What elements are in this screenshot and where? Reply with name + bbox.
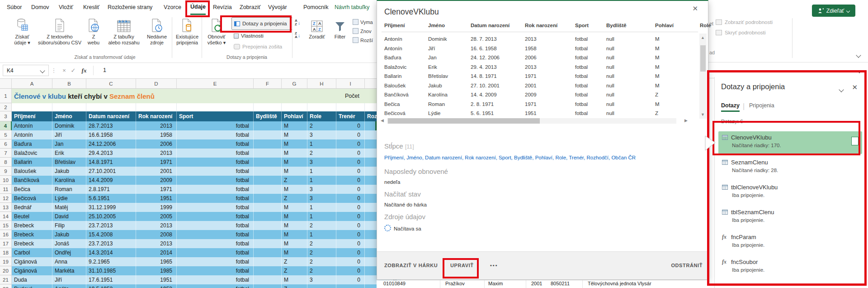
column-header-E[interactable]: E (177, 79, 254, 89)
column-header-C[interactable]: C (86, 79, 136, 89)
enter-icon[interactable]: ✓ (69, 65, 78, 76)
cell-H20[interactable]: 2 (307, 266, 336, 275)
collapse-ribbon-icon[interactable] (857, 51, 860, 59)
cell-H14[interactable]: 1 (307, 212, 336, 221)
cell-B10[interactable]: Karolína (52, 176, 86, 185)
query-item-fncparam[interactable]: fxfncParamIba pripojenie. (718, 231, 862, 254)
cell-D12[interactable]: 1951 (136, 194, 177, 203)
cell-F8[interactable] (254, 158, 282, 167)
row-header-21[interactable]: 21 (0, 275, 12, 284)
cell-F14[interactable] (254, 212, 282, 221)
cell-B17[interactable]: Jonáš (52, 239, 86, 248)
cell-G13[interactable]: M (282, 203, 307, 212)
cell-A15[interactable]: Brebeck (12, 221, 52, 230)
cell-I7[interactable]: 0 (336, 149, 365, 158)
cell-B20[interactable]: Markéta (52, 266, 86, 275)
existing-connections-button[interactable]: Existujúce pripojenia (174, 17, 201, 57)
cell-H16[interactable]: 1 (307, 230, 336, 239)
sort-ascending-icon[interactable]: AZ↓ (295, 19, 300, 26)
cell-A4[interactable]: Antonín (12, 121, 52, 130)
cell-F15[interactable] (254, 221, 282, 230)
ribbon-tab-vvojr[interactable]: Vývojár (268, 0, 287, 15)
cell-H19[interactable]: 2 (307, 257, 336, 266)
cell-E15[interactable]: fotbal (177, 221, 254, 230)
column-header-I[interactable]: I (336, 79, 365, 89)
ribbon-tab-pomocnk[interactable]: Pomocník (303, 0, 329, 15)
cell-F21[interactable] (254, 275, 282, 284)
cell-C22[interactable]: 19.5.1953 (86, 284, 136, 288)
cell-C2[interactable] (86, 103, 136, 111)
row-header-12[interactable]: 12 (0, 194, 12, 203)
panel-options-icon[interactable] (840, 85, 843, 93)
cell-E17[interactable]: fotbal (177, 239, 254, 248)
tab-queries[interactable]: Dotazy (721, 102, 740, 112)
cell-F17[interactable] (254, 239, 282, 248)
cell-H21[interactable]: 3 (307, 275, 336, 284)
sort-button[interactable]: ZAAZ Zoradiť (306, 17, 328, 57)
reapply-button[interactable]: Znov (353, 28, 371, 34)
cell-A16[interactable]: Brebeck (12, 230, 52, 239)
from-web-button[interactable]: Z webu (84, 17, 103, 57)
row-header-16[interactable]: 16 (0, 230, 12, 239)
table-header-cell[interactable]: Datum narození (86, 111, 136, 121)
query-item-tblseznamclenu[interactable]: tblSeznamClenuIba pripojenie. (718, 206, 862, 229)
cell-D2[interactable] (136, 103, 177, 111)
tab-connections[interactable]: Pripojenia (749, 102, 774, 109)
cell-F4[interactable] (254, 121, 282, 130)
cell-A17[interactable]: Brebeck (12, 239, 52, 248)
cell-F12[interactable] (254, 194, 282, 203)
cell-A7[interactable]: Balažovic (12, 149, 52, 158)
cell-A19[interactable]: Cigánová (12, 257, 52, 266)
cell-F9[interactable] (254, 167, 282, 176)
table-header-cell[interactable]: Příjmení (12, 111, 52, 121)
row-header-1[interactable]: 1 (0, 89, 12, 103)
cell-D10[interactable]: 2009 (136, 176, 177, 185)
cell-F16[interactable] (254, 230, 282, 239)
row-header-18[interactable]: 18 (0, 248, 12, 257)
cell-G18[interactable]: M (282, 248, 307, 257)
query-item-clenovevklubu[interactable]: ClenoveVKlubuNačítané riadky: 170. (718, 131, 862, 154)
cell-G6[interactable]: M (282, 139, 307, 149)
row-header-15[interactable]: 15 (0, 221, 12, 230)
cell-A2[interactable] (12, 103, 52, 111)
more-options-button[interactable]: ••• (490, 263, 498, 268)
namebox-splitter[interactable]: ⋮ (52, 65, 56, 76)
cell-C20[interactable]: 31.10.1985 (86, 266, 136, 275)
query-item-seznamclenu[interactable]: SeznamClenuNačítané riadky: 28. (718, 156, 862, 179)
cell-C11[interactable]: 2.8.1971 (86, 185, 136, 194)
cell-C13[interactable]: 31.12.1999 (86, 203, 136, 212)
sort-descending-icon[interactable]: ZA↓ (295, 32, 300, 39)
cell-E8[interactable]: fotbal (177, 158, 254, 167)
cell-C16[interactable]: 15.4.2008 (86, 230, 136, 239)
table-header-cell[interactable]: Trenér (336, 111, 365, 121)
cell-D7[interactable]: 2013 (136, 149, 177, 158)
cell-I18[interactable]: 0 (336, 248, 365, 257)
row-header-22[interactable]: 22 (0, 284, 12, 288)
cell-G16[interactable]: M (282, 230, 307, 239)
cell-D6[interactable]: 2006 (136, 139, 177, 149)
cell-B21[interactable]: Jiří (52, 275, 86, 284)
cell-C14[interactable]: 25.10.2005 (86, 212, 136, 221)
refresh-all-button[interactable]: Obnoviť všetko ▾ (203, 17, 230, 57)
cell-E19[interactable]: fotbal (177, 257, 254, 266)
cell-D8[interactable]: 1971 (136, 158, 177, 167)
row-header-17[interactable]: 17 (0, 239, 12, 248)
cell-I5[interactable]: 0 (336, 130, 365, 139)
column-header-A[interactable]: A (12, 79, 52, 89)
table-header-cell[interactable]: Role (307, 111, 336, 121)
scroll-left-icon[interactable]: ◀ (381, 118, 384, 123)
cell-I9[interactable]: 0 (336, 167, 365, 176)
formula-bar-expand-icon[interactable] (858, 66, 861, 74)
scrollbar-thumb[interactable] (388, 118, 540, 124)
cell-C15[interactable]: 23.7.2013 (86, 221, 136, 230)
cell-E21[interactable]: fotbal (177, 275, 254, 284)
row-header-2[interactable]: 2 (0, 103, 12, 111)
cell-D20[interactable]: 1985 (136, 266, 177, 275)
cell-A21[interactable]: Duda (12, 275, 52, 284)
cell-I20[interactable]: 0 (336, 266, 365, 275)
ribbon-tab-daje[interactable]: Údaje (190, 0, 206, 15)
cell-G8[interactable]: M (282, 158, 307, 167)
cell-F2[interactable] (254, 103, 282, 111)
cell-B18[interactable]: Ondřej (52, 248, 86, 257)
cell-A20[interactable]: Cigánová (12, 266, 52, 275)
